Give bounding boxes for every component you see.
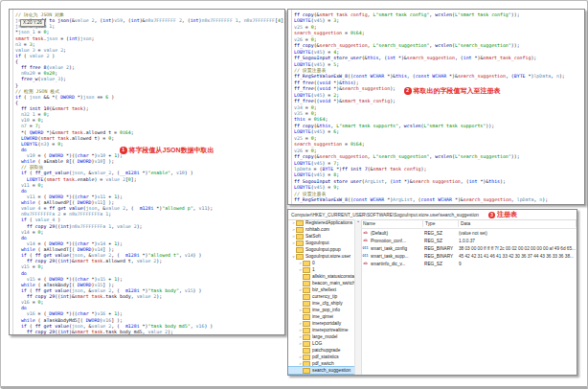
tree-item-label: patchupgrade	[312, 347, 340, 354]
tree-item-0[interactable]: >0	[288, 260, 354, 266]
value-data: 9	[457, 262, 577, 266]
reg-binary-icon: 011	[362, 254, 369, 258]
tree-item-patchupgrade[interactable]: patchupgrade	[288, 347, 354, 354]
tree-item-ime-pop-info[interactable]: >ime_pop_info	[288, 307, 354, 313]
tree-item-label: RegisteredApplications	[305, 219, 352, 226]
tree-item-imereportrealtime[interactable]: >imereportrealtime	[288, 327, 354, 333]
value-name: Promotion_conf...	[369, 239, 422, 243]
folder-icon	[303, 294, 310, 300]
circled-2-icon: 2	[404, 87, 412, 95]
tree-item-pdf-switch[interactable]: >pdf_switch	[288, 360, 354, 367]
folder-icon	[296, 220, 304, 226]
folder-icon	[303, 361, 310, 367]
tree-item-imereportdaily[interactable]: >imereportdaily	[288, 320, 354, 327]
tree-item-label: 1	[312, 266, 315, 273]
tree-item-label: currency_tip	[312, 293, 337, 300]
value-type: REG_BINARY	[422, 246, 457, 251]
tree-item-label: ime_pop_info	[312, 307, 340, 313]
registry-value-row[interactable]: 011smart_task_supp...REG_BINARY45 42 42 …	[361, 252, 577, 260]
registry-value-row[interactable]: absmartinfo_dic_v...REG_SZ9	[361, 260, 577, 267]
tree-item-satsoft[interactable]: >SatSoft	[288, 233, 354, 240]
tree-item-large-model[interactable]: >large_model	[288, 333, 354, 340]
folder-icon	[303, 301, 310, 307]
tree-item-label: biz_shellext	[312, 286, 336, 293]
annotation-2-label: 将取出的字段值写入至注册表	[414, 86, 501, 96]
reg-sz-icon: ab	[362, 231, 369, 235]
value-type: REG_SZ	[422, 231, 457, 236]
tree-item-label: pdf_statistics	[312, 354, 339, 360]
tree-item-registeredapplications[interactable]: >RegisteredApplications	[288, 219, 354, 226]
code-gutter	[291, 10, 292, 204]
tree-item-biz-shellext[interactable]: >biz_shellext	[288, 286, 354, 293]
ida-pseudocode-panel-registry-write[interactable]: ff_copy(&smart_task_config, L"smart_task…	[287, 9, 585, 205]
tree-item-allskin-statusiconstatic[interactable]: allskin_statusiconstatic	[288, 273, 354, 280]
tree-item-search-suggestion[interactable]: search_suggestion	[288, 367, 354, 374]
list-header[interactable]: Name Type Data	[361, 219, 577, 229]
coords-tooltip: X:20 Y:26	[20, 19, 45, 27]
folder-icon	[303, 348, 310, 354]
value-data: 38 03 00 00 ff ff ff 7f 2c 00 02 00 02 0…	[457, 246, 577, 251]
tree-item-label: rohitab.com	[305, 226, 329, 233]
tree-item-label: SogouInput.ppup	[305, 246, 341, 253]
tree-item-beacon-main-switch[interactable]: beacon_main_switch	[288, 280, 354, 286]
folder-icon	[303, 261, 310, 266]
tree-item-label: pdf_switch	[312, 360, 334, 367]
folder-icon	[303, 308, 310, 313]
value-data: 1.0.0.37	[457, 239, 577, 243]
registry-value-row[interactable]: 011smart_task_configREG_BINARY38 03 00 0…	[361, 244, 577, 252]
folder-icon	[303, 274, 310, 280]
tree-item-log[interactable]: >LOG	[288, 340, 354, 347]
value-name: (Default)	[369, 231, 422, 236]
folder-icon	[296, 240, 304, 246]
folder-icon	[303, 281, 310, 286]
tree-item-label: ime_cfg_shiply	[312, 300, 343, 307]
annotation-write-registry: 2 将取出的字段值写入至注册表	[404, 86, 501, 96]
list-rows: ab(Default)REG_SZ(value not set)abPromot…	[361, 229, 577, 267]
folder-icon	[303, 341, 310, 347]
code-lines-right: ff_copy(&smart_task_config, L"smart_task…	[294, 11, 584, 203]
value-type: REG_SZ	[422, 239, 457, 243]
tree-item-pdf-statistics[interactable]: >pdf_statistics	[288, 354, 354, 360]
folder-icon	[303, 334, 310, 340]
code-line: ff_copy_29((int)&smart_task.task_body_md…	[15, 329, 284, 334]
reg-sz-icon: ab	[362, 262, 369, 265]
tree-item-sogouinput[interactable]: >SogouInput	[288, 240, 354, 246]
code-line: ff_RegSetValueExW_8((const WCHAR *)&this…	[294, 73, 584, 79]
column-header-name[interactable]: Name	[361, 220, 423, 227]
tree-item-ime-qimei[interactable]: ime_qimei	[288, 313, 354, 320]
reg-binary-icon: 011	[362, 246, 369, 250]
tree-item-sogouinput-store-user[interactable]: vSogouInput.store.user	[288, 253, 354, 260]
registry-value-row[interactable]: abPromotion_conf...REG_SZ1.0.0.37	[361, 237, 577, 244]
code-gutter	[12, 10, 13, 334]
tree-item-label: beacon_main_switch	[312, 280, 354, 286]
regedit-tree: >RegisteredApplications>rohitab.com>SatS…	[288, 219, 354, 375]
code-lines-left: // 转化为 JSON 对象json_1 = ff_to_json(&value…	[15, 11, 284, 334]
tree-item-label: imereportrealtime	[312, 327, 348, 333]
column-header-type[interactable]: Type	[423, 220, 459, 227]
code-line: json_1 = ff_to_json(&value_2, (int)v59, …	[15, 17, 284, 23]
folder-icon	[303, 368, 310, 374]
folder-icon	[296, 247, 304, 253]
tree-item-1[interactable]: >1	[288, 266, 354, 273]
tree-item-sogouinput-ppup[interactable]: SogouInput.ppup	[288, 246, 354, 253]
value-data: 45 42 42 31 41 46 41 33 42 30 36 37 44 4…	[457, 254, 577, 259]
annotation-3-label: 注册表	[497, 210, 517, 219]
column-header-data[interactable]: Data	[459, 220, 577, 227]
regedit-panel: Computer\HKEY_CURRENT_USER\SOFTWARE\Sogo…	[287, 209, 577, 376]
tree-item-ime-cfg-shiply[interactable]: ime_cfg_shiply	[288, 300, 354, 307]
tree-item-rohitab-com[interactable]: >rohitab.com	[288, 226, 354, 233]
folder-icon	[303, 321, 310, 327]
scroll-up-icon[interactable]: ▲	[356, 219, 359, 223]
ida-pseudocode-panel-json-parse[interactable]: // 转化为 JSON 对象json_1 = ff_to_json(&value…	[9, 9, 285, 335]
registry-value-row[interactable]: ab(Default)REG_SZ(value not set)	[361, 229, 577, 237]
regedit-value-list: Name Type Data ab(Default)REG_SZ(value n…	[361, 219, 577, 375]
folder-icon	[303, 314, 310, 320]
tree-item-label: large_model	[312, 333, 337, 340]
value-name: smartinfo_dic_v...	[369, 262, 422, 266]
value-name: smart_task_config	[369, 246, 422, 251]
figure-canvas: { "annotations": { "a1": {"num": "1", "t…	[0, 0, 588, 389]
folder-icon	[303, 328, 310, 333]
tree-item-label: imereportdaily	[312, 320, 341, 327]
tree-item-label: search_suggestion	[312, 367, 351, 374]
tree-item-currency-tip[interactable]: currency_tip	[288, 293, 354, 300]
